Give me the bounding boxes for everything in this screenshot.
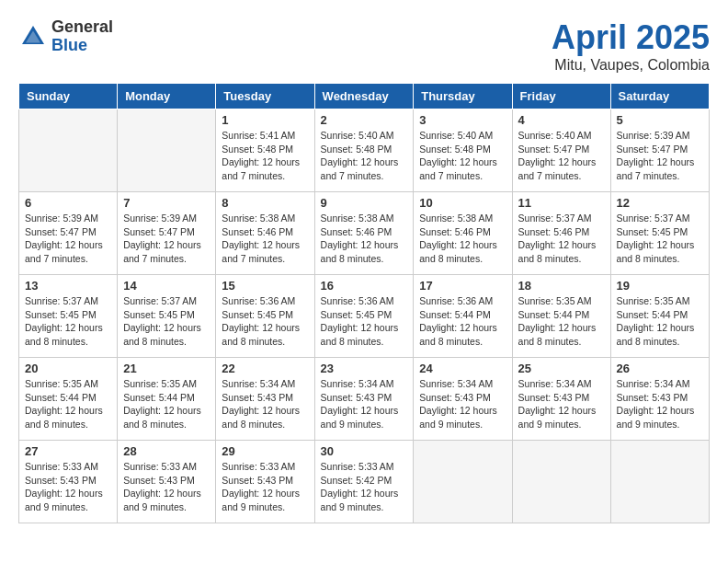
day-info: Sunrise: 5:34 AM Sunset: 5:43 PM Dayligh… <box>518 377 605 431</box>
week-row-1: 1Sunrise: 5:41 AM Sunset: 5:48 PM Daylig… <box>19 109 710 192</box>
day-info: Sunrise: 5:37 AM Sunset: 5:45 PM Dayligh… <box>123 294 210 349</box>
day-cell-1-1: 7Sunrise: 5:39 AM Sunset: 5:47 PM Daylig… <box>118 192 216 275</box>
day-info: Sunrise: 5:40 AM Sunset: 5:48 PM Dayligh… <box>419 129 506 183</box>
header: General Blue April 2025 Mitu, Vaupes, Co… <box>18 18 710 74</box>
day-cell-0-0 <box>19 109 118 192</box>
day-info: Sunrise: 5:33 AM Sunset: 5:43 PM Dayligh… <box>222 460 308 514</box>
day-cell-1-0: 6Sunrise: 5:39 AM Sunset: 5:47 PM Daylig… <box>19 192 118 275</box>
day-number: 16 <box>321 279 408 293</box>
header-sunday: Sunday <box>19 84 118 109</box>
week-row-2: 6Sunrise: 5:39 AM Sunset: 5:47 PM Daylig… <box>19 192 710 275</box>
day-info: Sunrise: 5:37 AM Sunset: 5:45 PM Dayligh… <box>617 212 703 266</box>
week-row-5: 27Sunrise: 5:33 AM Sunset: 5:43 PM Dayli… <box>19 441 710 523</box>
day-cell-2-2: 15Sunrise: 5:36 AM Sunset: 5:45 PM Dayli… <box>216 275 314 358</box>
header-wednesday: Wednesday <box>314 84 414 109</box>
header-monday: Monday <box>118 84 216 109</box>
day-info: Sunrise: 5:34 AM Sunset: 5:43 PM Dayligh… <box>222 377 308 431</box>
header-thursday: Thursday <box>414 84 512 109</box>
day-cell-2-5: 18Sunrise: 5:35 AM Sunset: 5:44 PM Dayli… <box>512 275 610 358</box>
day-number: 4 <box>518 113 605 127</box>
day-number: 12 <box>617 196 703 210</box>
day-number: 18 <box>518 279 605 293</box>
day-info: Sunrise: 5:40 AM Sunset: 5:47 PM Dayligh… <box>518 129 605 183</box>
day-cell-1-6: 12Sunrise: 5:37 AM Sunset: 5:45 PM Dayli… <box>610 192 709 275</box>
day-cell-2-1: 14Sunrise: 5:37 AM Sunset: 5:45 PM Dayli… <box>118 275 216 358</box>
day-number: 2 <box>321 113 408 127</box>
day-info: Sunrise: 5:41 AM Sunset: 5:48 PM Dayligh… <box>222 129 308 183</box>
day-info: Sunrise: 5:38 AM Sunset: 5:46 PM Dayligh… <box>321 212 408 266</box>
day-info: Sunrise: 5:39 AM Sunset: 5:47 PM Dayligh… <box>25 212 111 266</box>
day-number: 30 <box>321 444 408 458</box>
day-cell-2-0: 13Sunrise: 5:37 AM Sunset: 5:45 PM Dayli… <box>19 275 118 358</box>
day-number: 8 <box>222 196 308 210</box>
logo-icon <box>18 22 48 52</box>
day-number: 14 <box>123 279 210 293</box>
day-cell-3-1: 21Sunrise: 5:35 AM Sunset: 5:44 PM Dayli… <box>118 358 216 441</box>
day-cell-2-4: 17Sunrise: 5:36 AM Sunset: 5:44 PM Dayli… <box>414 275 512 358</box>
day-number: 1 <box>222 113 308 127</box>
day-info: Sunrise: 5:39 AM Sunset: 5:47 PM Dayligh… <box>123 212 210 266</box>
day-cell-2-3: 16Sunrise: 5:36 AM Sunset: 5:45 PM Dayli… <box>314 275 414 358</box>
day-info: Sunrise: 5:36 AM Sunset: 5:45 PM Dayligh… <box>222 294 308 349</box>
day-number: 13 <box>25 279 111 293</box>
day-cell-0-5: 4Sunrise: 5:40 AM Sunset: 5:47 PM Daylig… <box>512 109 610 192</box>
day-cell-3-3: 23Sunrise: 5:34 AM Sunset: 5:43 PM Dayli… <box>314 358 414 441</box>
header-saturday: Saturday <box>610 84 709 109</box>
week-row-4: 20Sunrise: 5:35 AM Sunset: 5:44 PM Dayli… <box>19 358 710 441</box>
day-cell-0-6: 5Sunrise: 5:39 AM Sunset: 5:47 PM Daylig… <box>610 109 709 192</box>
day-number: 28 <box>123 444 210 458</box>
day-number: 24 <box>419 362 506 375</box>
logo-general-text: General <box>51 18 113 37</box>
day-number: 5 <box>617 113 703 127</box>
day-cell-4-5 <box>512 441 610 523</box>
day-info: Sunrise: 5:39 AM Sunset: 5:47 PM Dayligh… <box>617 129 703 183</box>
day-number: 17 <box>419 279 506 293</box>
day-info: Sunrise: 5:34 AM Sunset: 5:43 PM Dayligh… <box>419 377 506 431</box>
day-info: Sunrise: 5:34 AM Sunset: 5:43 PM Dayligh… <box>321 377 408 431</box>
day-cell-1-3: 9Sunrise: 5:38 AM Sunset: 5:46 PM Daylig… <box>314 192 414 275</box>
day-number: 27 <box>25 444 111 458</box>
calendar-header-row: Sunday Monday Tuesday Wednesday Thursday… <box>19 84 710 109</box>
day-cell-4-4 <box>414 441 512 523</box>
week-row-3: 13Sunrise: 5:37 AM Sunset: 5:45 PM Dayli… <box>19 275 710 358</box>
day-info: Sunrise: 5:37 AM Sunset: 5:45 PM Dayligh… <box>25 294 111 349</box>
day-cell-4-1: 28Sunrise: 5:33 AM Sunset: 5:43 PM Dayli… <box>118 441 216 523</box>
day-number: 20 <box>25 362 111 375</box>
day-cell-0-1 <box>118 109 216 192</box>
day-info: Sunrise: 5:36 AM Sunset: 5:44 PM Dayligh… <box>419 294 506 349</box>
day-number: 26 <box>617 362 703 375</box>
day-info: Sunrise: 5:35 AM Sunset: 5:44 PM Dayligh… <box>518 294 605 349</box>
day-number: 15 <box>222 279 308 293</box>
day-cell-0-4: 3Sunrise: 5:40 AM Sunset: 5:48 PM Daylig… <box>414 109 512 192</box>
location-title: Mitu, Vaupes, Colombia <box>552 57 710 74</box>
day-cell-3-5: 25Sunrise: 5:34 AM Sunset: 5:43 PM Dayli… <box>512 358 610 441</box>
day-number: 29 <box>222 444 308 458</box>
day-cell-3-2: 22Sunrise: 5:34 AM Sunset: 5:43 PM Dayli… <box>216 358 314 441</box>
header-tuesday: Tuesday <box>216 84 314 109</box>
day-cell-1-5: 11Sunrise: 5:37 AM Sunset: 5:46 PM Dayli… <box>512 192 610 275</box>
day-number: 25 <box>518 362 605 375</box>
day-cell-0-2: 1Sunrise: 5:41 AM Sunset: 5:48 PM Daylig… <box>216 109 314 192</box>
day-info: Sunrise: 5:40 AM Sunset: 5:48 PM Dayligh… <box>321 129 408 183</box>
day-info: Sunrise: 5:33 AM Sunset: 5:43 PM Dayligh… <box>25 460 111 514</box>
day-cell-4-6 <box>610 441 709 523</box>
day-info: Sunrise: 5:38 AM Sunset: 5:46 PM Dayligh… <box>419 212 506 266</box>
day-cell-1-4: 10Sunrise: 5:38 AM Sunset: 5:46 PM Dayli… <box>414 192 512 275</box>
day-info: Sunrise: 5:34 AM Sunset: 5:43 PM Dayligh… <box>617 377 703 431</box>
day-cell-4-0: 27Sunrise: 5:33 AM Sunset: 5:43 PM Dayli… <box>19 441 118 523</box>
day-info: Sunrise: 5:33 AM Sunset: 5:42 PM Dayligh… <box>321 460 408 514</box>
day-cell-4-2: 29Sunrise: 5:33 AM Sunset: 5:43 PM Dayli… <box>216 441 314 523</box>
day-info: Sunrise: 5:38 AM Sunset: 5:46 PM Dayligh… <box>222 212 308 266</box>
day-number: 19 <box>617 279 703 293</box>
day-info: Sunrise: 5:37 AM Sunset: 5:46 PM Dayligh… <box>518 212 605 266</box>
day-info: Sunrise: 5:35 AM Sunset: 5:44 PM Dayligh… <box>617 294 703 349</box>
calendar: Sunday Monday Tuesday Wednesday Thursday… <box>18 83 710 523</box>
day-info: Sunrise: 5:36 AM Sunset: 5:45 PM Dayligh… <box>321 294 408 349</box>
day-number: 21 <box>123 362 210 375</box>
day-number: 10 <box>419 196 506 210</box>
day-number: 7 <box>123 196 210 210</box>
logo: General Blue <box>18 18 113 55</box>
day-info: Sunrise: 5:33 AM Sunset: 5:43 PM Dayligh… <box>123 460 210 514</box>
title-area: April 2025 Mitu, Vaupes, Colombia <box>552 18 710 74</box>
day-info: Sunrise: 5:35 AM Sunset: 5:44 PM Dayligh… <box>25 377 111 431</box>
